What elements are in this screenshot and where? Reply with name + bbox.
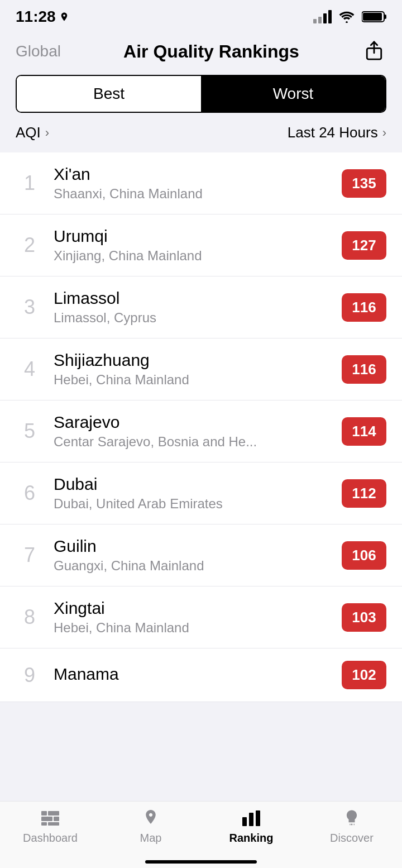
timerange-label: Last 24 Hours <box>288 124 378 141</box>
aqi-badge: 114 <box>342 417 386 446</box>
ranking-item-5[interactable]: 5 Sarajevo Centar Sarajevo, Bosnia and H… <box>0 400 402 462</box>
metric-label: AQI <box>16 124 41 141</box>
city-info: Sarajevo Centar Sarajevo, Bosnia and He.… <box>54 413 342 450</box>
best-tab[interactable]: Best <box>17 76 201 112</box>
status-bar: 11:28 <box>0 0 402 34</box>
city-info: Manama <box>54 665 342 686</box>
aqi-badge: 116 <box>342 355 386 384</box>
rank-number: 1 <box>16 171 44 195</box>
nav-map[interactable]: Map <box>100 808 201 845</box>
rank-number: 6 <box>16 481 44 505</box>
page-title: Air Quality Rankings <box>123 41 299 62</box>
ranking-item-8[interactable]: 8 Xingtai Hebei, China Mainland 103 <box>0 586 402 648</box>
svg-rect-5 <box>41 811 47 815</box>
city-name: Limassol <box>54 289 342 308</box>
city-name: Manama <box>54 665 342 684</box>
nav-ranking-label: Ranking <box>229 832 274 845</box>
bottom-nav: Dashboard Map Ranking Discover <box>0 801 402 868</box>
city-name: Shijiazhuang <box>54 351 342 370</box>
filter-bar: AQI › Last 24 Hours › <box>0 113 402 152</box>
map-icon <box>138 808 163 828</box>
city-info: Dubai Dubai, United Arab Emirates <box>54 475 342 512</box>
svg-rect-2 <box>363 13 382 21</box>
battery-icon <box>362 11 386 23</box>
rank-number: 9 <box>16 664 44 687</box>
best-worst-toggle[interactable]: Best Worst <box>16 75 386 113</box>
svg-rect-7 <box>41 817 52 821</box>
dashboard-icon <box>38 808 63 828</box>
rank-number: 5 <box>16 419 44 443</box>
svg-rect-10 <box>48 822 59 826</box>
rank-number: 8 <box>16 605 44 629</box>
aqi-badge: 127 <box>342 231 386 260</box>
city-region: Dubai, United Arab Emirates <box>54 496 342 512</box>
time-display: 11:28 <box>16 8 56 26</box>
signal-icon <box>313 10 332 23</box>
svg-rect-12 <box>249 813 253 826</box>
nav-map-label: Map <box>140 832 162 845</box>
nav-dashboard[interactable]: Dashboard <box>0 808 100 845</box>
timerange-arrow: › <box>382 126 386 140</box>
metric-arrow: › <box>45 126 49 140</box>
aqi-badge: 116 <box>342 293 386 322</box>
metric-filter[interactable]: AQI › <box>16 124 49 141</box>
city-info: Urumqi Xinjiang, China Mainland <box>54 227 342 264</box>
city-info: Xingtai Hebei, China Mainland <box>54 599 342 636</box>
status-icons <box>313 10 386 23</box>
svg-rect-8 <box>54 817 59 821</box>
nav-dashboard-label: Dashboard <box>23 832 78 845</box>
city-region: Centar Sarajevo, Bosnia and He... <box>54 434 342 450</box>
ranking-icon <box>239 808 264 828</box>
ranking-item-1[interactable]: 1 Xi'an Shaanxi, China Mainland 135 <box>0 152 402 214</box>
city-name: Sarajevo <box>54 413 342 432</box>
aqi-badge: 106 <box>342 541 386 570</box>
city-region: Limassol, Cyprus <box>54 310 342 326</box>
nav-discover-label: Discover <box>330 832 374 845</box>
aqi-badge: 112 <box>342 479 386 508</box>
city-region: Shaanxi, China Mainland <box>54 186 342 202</box>
share-button[interactable] <box>362 39 386 64</box>
city-region: Guangxi, China Mainland <box>54 558 342 574</box>
city-region: Hebei, China Mainland <box>54 620 342 636</box>
ranking-item-4[interactable]: 4 Shijiazhuang Hebei, China Mainland 116 <box>0 338 402 400</box>
ranking-item-7[interactable]: 7 Guilin Guangxi, China Mainland 106 <box>0 524 402 586</box>
rank-number: 2 <box>16 233 44 257</box>
svg-rect-9 <box>41 822 47 826</box>
nav-discover[interactable]: Discover <box>302 808 402 845</box>
rank-number: 7 <box>16 543 44 567</box>
city-info: Limassol Limassol, Cyprus <box>54 289 342 326</box>
wifi-icon <box>338 11 355 23</box>
svg-rect-6 <box>48 811 59 815</box>
timerange-filter[interactable]: Last 24 Hours › <box>288 124 386 141</box>
location-icon <box>59 11 69 23</box>
city-name: Guilin <box>54 537 342 556</box>
aqi-badge: 103 <box>342 603 386 632</box>
nav-ranking[interactable]: Ranking <box>201 808 302 845</box>
svg-rect-13 <box>256 810 260 826</box>
aqi-badge: 135 <box>342 169 386 198</box>
svg-rect-1 <box>384 15 386 19</box>
ranking-item-3[interactable]: 3 Limassol Limassol, Cyprus 116 <box>0 276 402 338</box>
global-label[interactable]: Global <box>16 42 61 60</box>
rank-number: 4 <box>16 357 44 381</box>
share-icon <box>365 40 384 63</box>
aqi-badge: 102 <box>342 661 386 689</box>
ranking-item-2[interactable]: 2 Urumqi Xinjiang, China Mainland 127 <box>0 214 402 276</box>
ranking-item-6[interactable]: 6 Dubai Dubai, United Arab Emirates 112 <box>0 462 402 524</box>
svg-rect-11 <box>242 817 247 826</box>
city-region: Xinjiang, China Mainland <box>54 248 342 264</box>
city-name: Xingtai <box>54 599 342 618</box>
city-info: Shijiazhuang Hebei, China Mainland <box>54 351 342 388</box>
discover-icon <box>339 808 364 828</box>
home-indicator <box>145 860 257 864</box>
city-info: Guilin Guangxi, China Mainland <box>54 537 342 574</box>
city-name: Xi'an <box>54 165 342 184</box>
city-region: Hebei, China Mainland <box>54 372 342 388</box>
city-name: Urumqi <box>54 227 342 246</box>
worst-tab[interactable]: Worst <box>201 76 385 112</box>
ranking-item-9[interactable]: 9 Manama 102 <box>0 648 402 702</box>
city-info: Xi'an Shaanxi, China Mainland <box>54 165 342 202</box>
rank-number: 3 <box>16 295 44 319</box>
status-time: 11:28 <box>16 8 69 26</box>
ranking-list: 1 Xi'an Shaanxi, China Mainland 135 2 Ur… <box>0 152 402 702</box>
